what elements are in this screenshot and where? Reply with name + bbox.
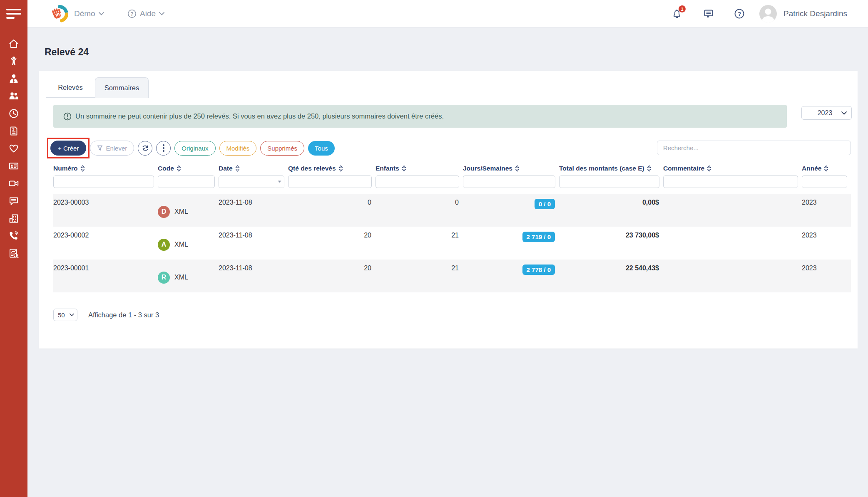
cell-qte: 20 <box>288 227 376 260</box>
cell-total: 23 730,00$ <box>559 227 663 260</box>
cell-annee: 2023 <box>802 260 851 292</box>
filter-jours-input[interactable] <box>463 176 555 188</box>
cell-jours: 2 719 / 0 <box>463 227 559 260</box>
tab-releves[interactable]: Relevés <box>46 77 95 98</box>
hamburger-menu-icon[interactable] <box>0 0 27 27</box>
cell-numero: 2023-00002 <box>53 227 158 260</box>
column-header-jours[interactable]: Jours/Semaines <box>463 161 559 176</box>
svg-text:?: ? <box>738 11 741 17</box>
sort-icon <box>80 165 85 172</box>
info-banner-text: Un sommaire ne peut contenir plus de 250… <box>75 112 444 120</box>
remove-button[interactable]: Enlever <box>90 141 134 156</box>
help-menu[interactable]: ? Aide <box>127 0 164 27</box>
column-header-code[interactable]: Code <box>158 161 219 176</box>
code-status-circle: D <box>158 206 170 218</box>
app-logo[interactable] <box>50 4 69 23</box>
table-row[interactable]: 2023-00003 D XML 2023-11-08 0 0 0 / 0 0,… <box>53 194 851 227</box>
info-banner: Un sommaire ne peut contenir plus de 250… <box>53 105 787 128</box>
column-header-numero[interactable]: Numéro <box>53 161 158 176</box>
year-select[interactable]: 2023 <box>801 106 852 120</box>
cell-enfants: 21 <box>376 227 463 260</box>
filter-tous-pill[interactable]: Tous <box>308 141 335 156</box>
heart-icon[interactable] <box>8 143 20 154</box>
column-header-enfants[interactable]: Enfants <box>376 161 463 176</box>
column-header-annee[interactable]: Année <box>802 161 851 176</box>
code-status-circle: R <box>158 272 170 284</box>
cell-code: A XML <box>158 227 219 260</box>
cell-annee: 2023 <box>802 194 851 227</box>
refresh-button[interactable] <box>138 141 152 156</box>
educator-icon[interactable] <box>8 73 20 84</box>
search-input[interactable] <box>657 141 851 155</box>
org-menu[interactable]: Démo <box>74 0 104 27</box>
page-size-select[interactable]: 50 <box>53 309 77 321</box>
user-avatar[interactable] <box>759 5 777 22</box>
sort-icon <box>647 165 652 172</box>
column-header-total[interactable]: Total des montants (case E) <box>559 161 663 176</box>
filter-date-input[interactable] <box>219 176 275 188</box>
cell-code: R XML <box>158 260 219 292</box>
sort-icon <box>515 165 520 172</box>
cell-annee: 2023 <box>802 227 851 260</box>
building-icon[interactable] <box>8 213 20 224</box>
video-icon[interactable] <box>8 178 20 189</box>
create-button[interactable]: + Créer <box>50 141 86 156</box>
column-header-date[interactable]: Date <box>219 161 288 176</box>
filter-total-input[interactable] <box>559 176 659 188</box>
chat-icon[interactable] <box>8 195 20 207</box>
filter-code-input[interactable] <box>158 176 215 188</box>
filter-modifies-pill[interactable]: Modifiés <box>219 141 257 156</box>
messages-icon[interactable] <box>703 8 714 20</box>
sort-icon <box>402 165 406 172</box>
filter-date-dropdown-button[interactable] <box>275 176 284 188</box>
invoice-icon[interactable]: $ <box>8 125 20 137</box>
filter-annee-input[interactable] <box>802 176 847 188</box>
column-header-qte[interactable]: Qté des relevés <box>288 161 376 176</box>
user-name[interactable]: Patrick Desjardins <box>783 0 847 27</box>
filter-supprimes-pill[interactable]: Supprimés <box>260 141 304 156</box>
summaries-table: Numéro Code Date Qté des relevés Enfants… <box>53 161 851 292</box>
report-icon[interactable] <box>8 247 20 259</box>
chevron-down-icon <box>278 181 281 183</box>
table-row[interactable]: 2023-00002 A XML 2023-11-08 20 21 2 719 … <box>53 227 851 260</box>
svg-text:$: $ <box>12 127 15 131</box>
svg-text:?: ? <box>130 11 133 17</box>
notifications-bell-icon[interactable]: 1 <box>671 8 683 20</box>
page-size-select-wrap: 50 <box>53 309 77 321</box>
pagination-summary: Affichage de 1 - 3 sur 3 <box>88 311 159 319</box>
more-options-button[interactable] <box>156 141 171 156</box>
column-header-commentaire[interactable]: Commentaire <box>663 161 802 176</box>
help-icon[interactable]: ? <box>734 8 745 20</box>
sort-icon <box>824 165 828 172</box>
cell-total: 0,00$ <box>559 194 663 227</box>
filter-qte-input[interactable] <box>288 176 372 188</box>
year-select-wrap: 2023 <box>801 106 852 120</box>
filter-commentaire-input[interactable] <box>663 176 798 188</box>
help-menu-label: Aide <box>140 9 156 18</box>
content-card: Relevés Sommaires Un sommaire ne peut co… <box>39 71 858 349</box>
refresh-icon <box>142 144 149 152</box>
chevron-down-icon <box>99 12 104 15</box>
home-icon[interactable] <box>8 38 20 49</box>
org-menu-label: Démo <box>74 9 95 18</box>
tab-sommaires[interactable]: Sommaires <box>95 77 149 98</box>
jours-badge: 0 / 0 <box>535 199 555 209</box>
kebab-icon <box>163 144 164 152</box>
filter-enfants-input[interactable] <box>376 176 459 188</box>
id-card-icon[interactable] <box>8 160 20 172</box>
filter-numero-input[interactable] <box>53 176 154 188</box>
code-format-label: XML <box>174 241 188 248</box>
remove-button-label: Enlever <box>106 145 127 152</box>
search-box <box>657 141 851 155</box>
phone-icon[interactable] <box>8 230 20 242</box>
table-row[interactable]: 2023-00001 R XML 2023-11-08 20 21 2 778 … <box>53 260 851 292</box>
filter-originaux-pill[interactable]: Originaux <box>174 141 215 156</box>
jours-badge: 2 778 / 0 <box>522 265 555 275</box>
group-icon[interactable] <box>8 90 20 102</box>
page-title: Relevé 24 <box>45 47 89 58</box>
clock-icon[interactable] <box>8 108 20 119</box>
filter-funnel-icon <box>97 145 103 151</box>
sort-icon <box>235 165 240 172</box>
child-icon[interactable] <box>8 55 20 67</box>
cell-enfants: 0 <box>376 194 463 227</box>
